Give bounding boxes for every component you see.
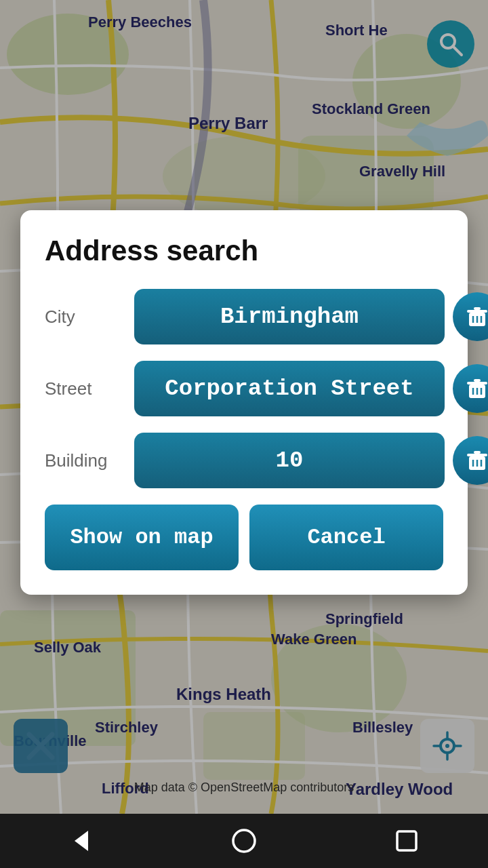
street-input[interactable] <box>134 361 445 416</box>
svg-rect-16 <box>474 307 481 310</box>
cancel-button[interactable]: Cancel <box>249 505 443 570</box>
dialog-title: Address search <box>45 235 443 267</box>
svg-rect-28 <box>474 451 481 454</box>
address-search-dialog: Address search City Street <box>20 210 468 595</box>
back-button[interactable] <box>54 814 108 868</box>
svg-rect-21 <box>467 382 487 384</box>
city-label: City <box>45 307 126 328</box>
building-label: Building <box>45 450 126 471</box>
navigation-bar <box>0 814 488 868</box>
city-input[interactable] <box>134 289 445 344</box>
clear-city-button[interactable] <box>453 292 488 341</box>
building-input[interactable] <box>134 433 445 488</box>
trash-icon <box>464 303 488 330</box>
building-field-row: Building <box>45 433 443 488</box>
home-circle-icon <box>230 827 258 854</box>
svg-rect-42 <box>397 831 416 850</box>
clear-street-button[interactable] <box>453 364 488 413</box>
recents-button[interactable] <box>380 814 434 868</box>
trash-icon <box>464 375 488 402</box>
street-field-row: Street <box>45 361 443 416</box>
svg-rect-22 <box>474 379 481 382</box>
svg-marker-40 <box>75 831 88 851</box>
home-button[interactable] <box>217 814 271 868</box>
clear-building-button[interactable] <box>453 436 488 485</box>
city-field-row: City <box>45 289 443 344</box>
svg-rect-15 <box>467 310 487 313</box>
action-buttons: Show on map Cancel <box>45 505 443 570</box>
street-label: Street <box>45 378 126 399</box>
show-on-map-button[interactable]: Show on map <box>45 505 239 570</box>
dialog-overlay: Address search City Street <box>0 0 488 814</box>
trash-icon <box>464 447 488 474</box>
recents-square-icon <box>393 827 420 854</box>
svg-point-41 <box>233 830 255 852</box>
svg-rect-27 <box>467 454 487 456</box>
back-icon <box>68 827 95 854</box>
